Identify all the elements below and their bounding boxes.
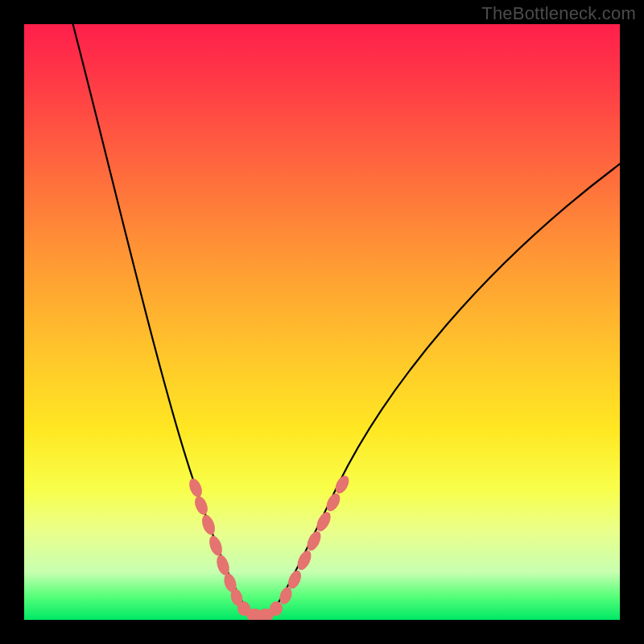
curve-right — [266, 161, 620, 620]
curve-left — [71, 24, 254, 620]
data-dot — [200, 513, 217, 536]
watermark-text: TheBottleneck.com — [481, 3, 636, 24]
frame: TheBottleneck.com — [0, 0, 644, 644]
data-dot — [192, 494, 210, 516]
dot-layer — [187, 473, 352, 620]
data-dot — [332, 473, 352, 496]
chart-svg — [24, 24, 620, 620]
data-dot — [187, 477, 204, 498]
data-dot — [207, 534, 225, 557]
plot-area — [24, 24, 620, 620]
